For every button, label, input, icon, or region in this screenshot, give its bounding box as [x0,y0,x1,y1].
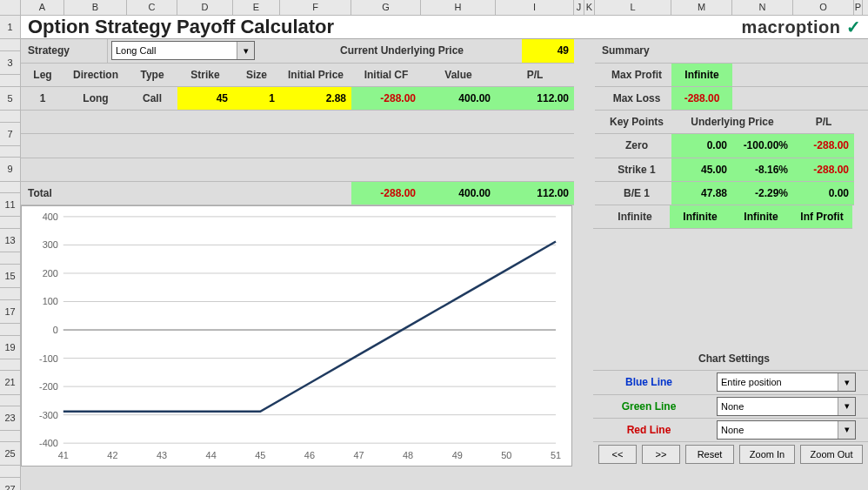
svg-text:48: 48 [403,450,413,460]
svg-text:51: 51 [551,450,561,460]
chevron-down-icon: ▾ [237,42,254,59]
svg-text:300: 300 [43,239,58,250]
chart-controls: << >> Reset Zoom In Zoom Out [593,442,868,467]
brand-mark-icon: ✓ [846,17,862,37]
total-label: Total [21,182,351,205]
summary-header: Summary [595,39,868,63]
prev-button[interactable]: << [598,445,637,464]
leg1-price[interactable]: 2.88 [280,87,351,111]
keypoint-row: Strike 1 45.00 -8.16% -288.00 [595,158,868,182]
leg1-strike[interactable]: 45 [177,87,233,111]
keypoints-header-row: Key Points Underlying Price P/L [21,111,868,134]
page-title-row: Option Strategy Payoff Calculator macrop… [21,16,868,39]
keypoint-row: B/E 1 47.88 -2.29% 0.00 [595,182,868,205]
svg-text:49: 49 [452,450,463,460]
zoom-out-button[interactable]: Zoom Out [800,445,863,464]
chevron-down-icon: ▾ [838,398,855,415]
svg-text:-400: -400 [39,438,58,448]
svg-text:47: 47 [353,450,364,460]
red-line-dropdown[interactable]: None ▾ [717,420,856,440]
spreadsheet-column-headers: ABCDEFGHIJKLMNOP [0,0,868,16]
zoom-in-button[interactable]: Zoom In [739,445,795,464]
chevron-down-icon: ▾ [838,373,855,391]
strategy-dropdown[interactable]: Long Call ▾ [111,41,255,60]
svg-text:43: 43 [157,450,167,460]
chart-settings-header: Chart Settings [593,347,868,371]
page-title: Option Strategy Payoff Calculator [28,16,334,38]
reset-button[interactable]: Reset [685,445,734,464]
svg-text:50: 50 [501,450,511,460]
svg-text:42: 42 [107,450,117,460]
next-button[interactable]: >> [642,445,680,464]
svg-text:400: 400 [43,211,58,222]
strategy-label: Strategy [21,39,108,63]
strategy-row: Strategy Long Call ▾ Current Underlying … [21,39,868,63]
svg-text:100: 100 [43,296,58,306]
keypoint-row: Infinite Infinite Infinite Inf Profit [593,205,868,229]
svg-text:200: 200 [43,268,58,279]
chevron-down-icon: ▾ [838,421,855,439]
blue-line-label: Blue Line [593,371,704,394]
keypoint-row: Zero 0.00 -100.00% -288.00 [595,134,868,158]
blue-line-dropdown[interactable]: Entire position ▾ [717,373,856,392]
current-price-label: Current Underlying Price [282,39,522,63]
leg-row-1: 1 Long Call 45 1 2.88 -288.00 400.00 112… [21,87,868,111]
leg-headers-row: Leg Direction Type Strike Size Initial P… [21,64,868,87]
svg-text:44: 44 [206,450,217,460]
green-line-dropdown[interactable]: None ▾ [717,397,856,416]
leg1-size[interactable]: 1 [233,87,280,111]
spreadsheet-row-headers: 13579111315171921232527293133353739 [0,16,21,490]
svg-text:-200: -200 [39,381,58,392]
svg-text:0: 0 [53,325,58,335]
brand-logo: macroption ✓ [742,17,861,37]
svg-text:-100: -100 [39,353,58,364]
payoff-chart: -400-300-200-100010020030040041424344454… [21,205,572,467]
svg-text:41: 41 [58,450,69,460]
svg-text:-300: -300 [39,410,58,420]
red-line-label: Red Line [593,419,704,442]
svg-text:45: 45 [255,450,265,460]
svg-text:46: 46 [304,450,315,460]
green-line-label: Green Line [593,395,704,419]
current-price-value[interactable]: 49 [522,39,574,63]
spreadsheet-body: Option Strategy Payoff Calculator macrop… [21,16,868,490]
